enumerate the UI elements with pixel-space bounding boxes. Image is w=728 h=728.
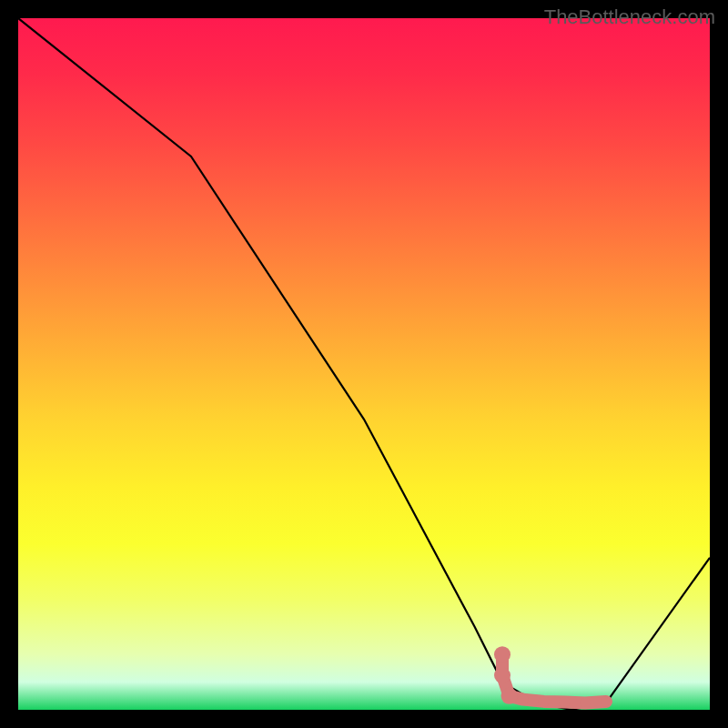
optimal-marker (494, 646, 511, 662)
optimal-marker (494, 667, 511, 683)
optimal-marker (501, 688, 518, 704)
watermark-text: TheBottleneck.com (544, 5, 715, 29)
plot-area (18, 18, 710, 710)
optimal-marker (518, 694, 529, 705)
optimal-marker (539, 696, 550, 707)
optimal-marker (580, 697, 591, 708)
chart-frame (18, 18, 710, 710)
chart-container: TheBottleneck.com (0, 0, 728, 728)
bottleneck-curve-line (18, 18, 710, 710)
optimal-zone-path (502, 654, 606, 703)
optimal-marker (601, 696, 612, 707)
optimal-marker (559, 697, 570, 708)
optimal-zone-markers (494, 646, 612, 708)
chart-svg (18, 18, 710, 710)
